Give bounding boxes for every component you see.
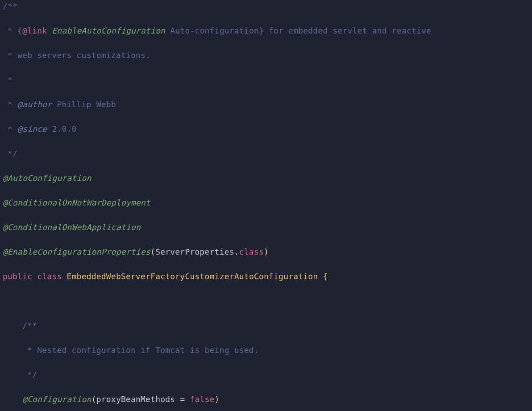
comment-open: /** [3, 1, 17, 11]
javadoc-author-tag: @author [17, 100, 52, 109]
code-line: * [0, 74, 532, 86]
code-line: * {@link EnableAutoConfiguration Auto-co… [0, 25, 532, 37]
code-line-blank [0, 295, 532, 307]
code-line: * Nested configuration if Tomcat is bein… [0, 344, 532, 356]
code-editor[interactable]: /** * {@link EnableAutoConfiguration Aut… [0, 0, 532, 411]
annotation: @AutoConfiguration [3, 173, 91, 183]
code-line: @EnableConfigurationProperties(ServerPro… [0, 246, 532, 258]
annotation: @EnableConfigurationProperties [3, 247, 150, 256]
code-line: @AutoConfiguration [0, 172, 532, 185]
javadoc-link-target: EnableAutoConfiguration [52, 26, 165, 35]
class-name: EmbeddedWebServerFactoryCustomizerAutoCo… [67, 272, 318, 281]
code-line: * web servers customizations. [0, 49, 532, 62]
code-line: @ConditionalOnWebApplication [0, 221, 532, 234]
annotation: @Configuration [22, 394, 91, 404]
code-line: @ConditionalOnNotWarDeployment [0, 197, 532, 209]
keyword-public: public [3, 272, 32, 281]
comment-close: */ [3, 149, 17, 158]
code-line: @Configuration(proxyBeanMethods = false) [0, 393, 532, 406]
code-line: * @since 2.0.0 [0, 123, 532, 135]
code-line: /** [0, 0, 532, 13]
code-line: public class EmbeddedWebServerFactoryCus… [0, 270, 532, 283]
javadoc-link-tag: @link [22, 26, 47, 35]
code-line: */ [0, 147, 532, 160]
annotation: @ConditionalOnNotWarDeployment [3, 198, 150, 207]
javadoc-since-tag: @since [17, 124, 47, 134]
annotation: @ConditionalOnWebApplication [3, 222, 141, 232]
code-line: /** [0, 319, 532, 332]
keyword-class: class [37, 272, 62, 281]
code-line: */ [0, 369, 532, 381]
code-line: * @author Phillip Webb [0, 98, 532, 111]
